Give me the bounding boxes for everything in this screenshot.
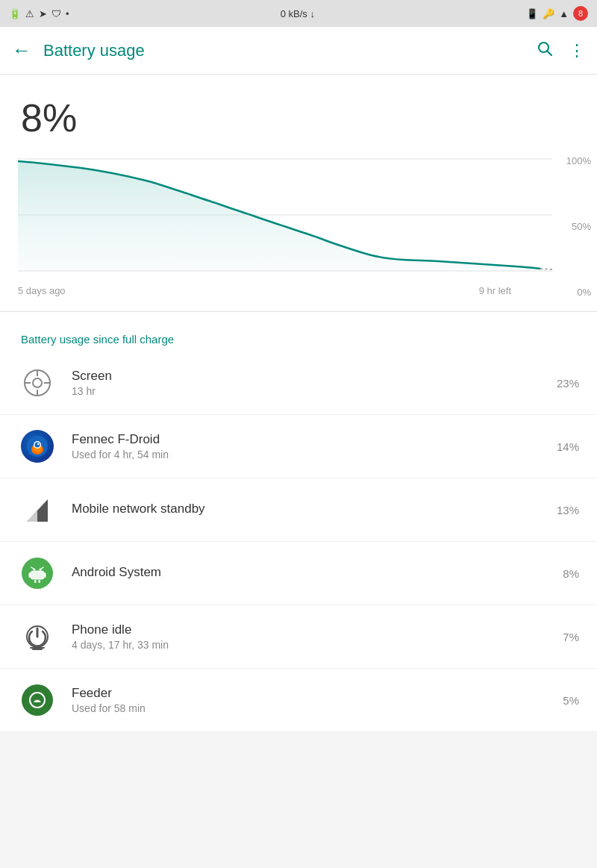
phone-idle-info: Phone idle 4 days, 17 hr, 33 min [72,622,549,651]
down-arrow: ↓ [310,8,315,19]
svg-rect-26 [29,572,31,578]
android-icon [18,554,57,593]
chart-start-label: 5 days ago [18,285,66,296]
svg-line-24 [31,567,34,569]
label-100: 100% [566,155,591,166]
svg-rect-27 [44,572,46,578]
android-system-percent: 8% [549,567,579,580]
dot-icon: • [66,8,69,19]
phone-icon: 📱 [526,8,538,19]
status-bar-left: 🔋 ⚠ ➤ 🛡 • [9,8,69,19]
usage-item-screen[interactable]: Screen 13 hr 23% [0,352,597,415]
android-system-name: Android System [72,565,549,580]
screen-name: Screen [72,369,549,384]
svg-line-25 [40,567,43,569]
notification-badge: 8 [573,6,588,21]
feeder-name: Feeder [72,686,549,701]
svg-marker-19 [27,510,37,522]
network-speed: 0 kB/s [281,8,307,19]
svg-point-16 [35,443,40,448]
section-header: Battery usage since full charge [0,318,597,352]
usage-item-android-system[interactable]: Android System 8% [0,542,597,605]
status-bar: 🔋 ⚠ ➤ 🛡 • 0 kB/s ↓ 📱 🔑 ▲ 8 [0,0,597,27]
usage-item-mobile-network[interactable]: Mobile network standby 13% [0,478,597,542]
toolbar: ← Battery usage ⋮ [0,27,597,75]
feeder-info: Feeder Used for 58 min [72,686,549,714]
back-button[interactable]: ← [12,39,31,62]
phone-idle-percent: 7% [549,631,579,643]
svg-point-17 [37,443,39,445]
usage-item-fennec[interactable]: Fennec F-Droid Used for 4 hr, 54 min 14% [0,415,597,478]
status-bar-right: 📱 🔑 ▲ 8 [526,6,588,21]
status-bar-center: 0 kB/s ↓ [281,8,315,19]
key-icon: 🔑 [543,8,554,19]
more-button[interactable]: ⋮ [569,41,585,60]
svg-line-5 [540,269,552,269]
mobile-network-percent: 13% [549,504,579,516]
battery-chart [18,148,552,282]
alert-icon: ⚠ [25,8,34,19]
wifi-icon: ▲ [559,8,569,19]
phone-idle-detail: 4 days, 17 hr, 33 min [72,639,549,651]
svg-line-1 [548,51,552,55]
phone-idle-name: Phone idle [72,622,549,637]
chart-percent-labels: 100% 50% 0% [556,148,597,305]
svg-rect-28 [34,580,37,583]
screen-detail: 13 hr [72,385,549,397]
mobile-network-name: Mobile network standby [72,502,549,516]
chart-section: 100% 50% 0% 5 days ago 9 hr left [0,148,597,305]
mobile-network-info: Mobile network standby [72,502,549,518]
label-50: 50% [572,221,591,232]
svg-point-7 [33,378,42,387]
fennec-percent: 14% [549,440,579,453]
section-divider [0,311,597,312]
label-0: 0% [577,287,591,298]
svg-rect-29 [39,580,41,583]
signal-icon [18,490,57,529]
power-icon [18,617,57,656]
chart-time-labels: 5 days ago 9 hr left [18,282,597,305]
battery-icon: 🔋 [9,8,21,19]
toolbar-icons: ⋮ [536,40,585,62]
shield-icon: 🛡 [51,8,61,19]
battery-percent: 8% [21,96,576,140]
feeder-detail: Used for 58 min [72,702,549,714]
page-title: Battery usage [43,41,536,60]
feeder-percent: 5% [549,694,579,707]
usage-item-feeder[interactable]: Feeder Used for 58 min 5% [0,669,597,732]
battery-percent-section: 8% [0,75,597,148]
fennec-detail: Used for 4 hr, 54 min [72,449,549,460]
fennec-name: Fennec F-Droid [72,432,549,447]
content: 8% [0,75,597,732]
screen-info: Screen 13 hr [72,369,549,397]
android-system-info: Android System [72,565,549,581]
svg-rect-22 [31,571,44,579]
send-icon: ➤ [39,8,47,19]
fennec-info: Fennec F-Droid Used for 4 hr, 54 min [72,432,549,460]
screen-icon [18,363,57,402]
chart-end-label: 9 hr left [479,285,511,296]
screen-percent: 23% [549,377,579,390]
search-button[interactable] [536,40,554,62]
feeder-icon [18,681,57,719]
fennec-icon [18,427,57,466]
usage-item-phone-idle[interactable]: Phone idle 4 days, 17 hr, 33 min 7% [0,605,597,669]
